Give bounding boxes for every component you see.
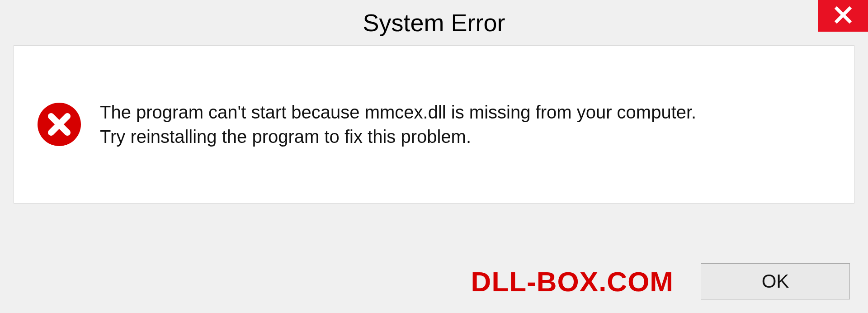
dialog-title: System Error	[363, 9, 505, 37]
error-icon	[37, 102, 82, 147]
error-message-line2: Try reinstalling the program to fix this…	[100, 124, 696, 149]
error-message: The program can't start because mmcex.dl…	[100, 100, 696, 149]
ok-button[interactable]: OK	[701, 263, 850, 299]
watermark-text: DLL-BOX.COM	[471, 266, 674, 298]
content-panel: The program can't start because mmcex.dl…	[14, 45, 854, 204]
footer: DLL-BOX.COM OK	[0, 263, 868, 299]
close-button[interactable]	[818, 0, 868, 32]
close-icon	[834, 5, 853, 26]
title-bar: System Error	[0, 0, 868, 45]
error-message-line1: The program can't start because mmcex.dl…	[100, 100, 696, 124]
